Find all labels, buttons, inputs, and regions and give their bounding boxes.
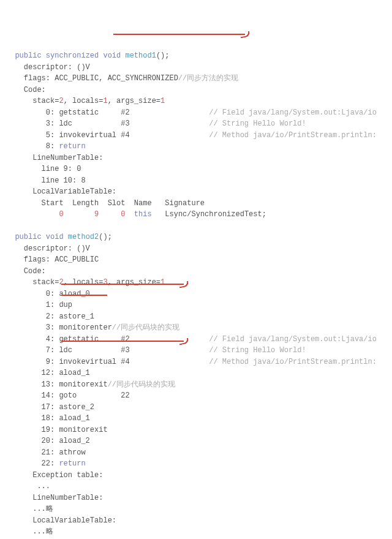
line: 4: getstatic #2 // Field java/lang/Syste… [6,335,377,344]
line: 3: monitorenter//同步代码块的实现 [6,323,179,332]
line: LineNumberTable: [6,494,103,502]
line: 13: monitorexit//同步代码块的实现 [6,380,175,389]
line: 22: return [6,459,86,468]
line: stack=2, locals=3, args_size=1 [6,278,165,287]
line: public synchronized void method1(); [6,51,170,60]
line: line 10: 8 [6,176,86,185]
line: 8: return [6,142,86,151]
line: Code: [6,267,46,276]
line: ... [6,482,50,491]
line: 18: aload_1 [6,414,90,423]
line: 7: ldc #3 // String Hello World! [6,346,306,355]
line: Code: [6,86,46,94]
line: line 9: 0 [6,165,81,173]
line: 21: athrow [6,448,86,457]
line: ...略 [6,527,53,536]
annotation-underline-acc-synchronized [113,34,245,35]
line: Exception table: [6,471,103,480]
line: flags: ACC_PUBLIC [6,255,99,264]
line: 0: aload_0 [6,290,90,298]
line: LocalVariableTable: [6,516,116,525]
line: descriptor: ()V [6,244,90,253]
line: 2: astore_1 [6,312,94,321]
line: 0 9 0 this Lsync/SynchronizedTest; [6,210,266,219]
line: 19: monitorexit [6,426,108,434]
line: 12: aload_1 [6,369,90,377]
line: 3: ldc #3 // String Hello World! [6,119,306,128]
line: descriptor: ()V [6,63,90,72]
line: 1: dup [6,301,72,309]
line: 20: aload_2 [6,437,90,445]
line: 14: goto 22 [6,391,130,400]
line: 0: getstatic #2 // Field java/lang/Syste… [6,108,377,117]
line: 17: astore_2 [6,403,94,412]
line: 5: invokevirtual #4 // Method java/io/Pr… [6,131,377,140]
line: Start Length Slot Name Signature [6,199,205,208]
line: 9: invokevirtual #4 // Method java/io/Pr… [6,358,377,366]
line: LineNumberTable: [6,154,103,162]
line: ...略 [6,505,53,513]
line: LocalVariableTable: [6,187,116,196]
line: stack=2, locals=1, args_size=1 [6,97,165,105]
code-block: public synchronized void method1(); desc… [6,50,386,539]
line: public void method2(); [6,233,112,241]
flags-line: flags: ACC_PUBLIC, ACC_SYNCHRONIZED//同步方… [6,74,238,83]
